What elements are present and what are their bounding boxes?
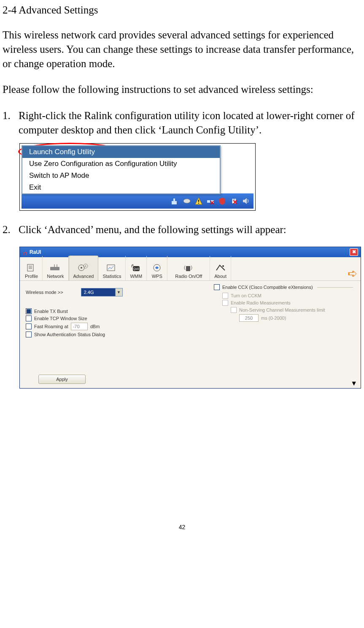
chk-cckm[interactable] (222, 293, 228, 299)
svg-point-20 (85, 266, 86, 267)
tab-statistics-label: Statistics (102, 274, 121, 279)
raui-window: ┌╮ RaUI ✖ Profile Network Advanced (19, 247, 361, 389)
network-icon (49, 263, 61, 273)
about-icon (215, 263, 226, 273)
chk-radio-meas[interactable] (222, 300, 228, 306)
chk-ccx[interactable] (214, 284, 220, 290)
menu-item-launch[interactable]: Launch Config Utility (22, 146, 220, 158)
tray-shield-icon[interactable] (218, 197, 226, 205)
lbl-cckm: Turn on CCKM (231, 293, 262, 298)
tray-volume-icon[interactable] (242, 197, 250, 205)
page-number: 42 (3, 524, 361, 530)
svg-rect-21 (107, 265, 115, 271)
statistics-icon (106, 263, 118, 273)
tab-wmm[interactable]: QoS WMM (126, 256, 147, 280)
lbl-radio-meas: Enable Radio Measurements (231, 300, 291, 305)
context-menu-screenshot: Launch Config Utility Use Zero Configura… (19, 143, 256, 211)
menu-item-exit[interactable]: Exit (22, 182, 220, 193)
raui-title-text: RaUI (30, 249, 41, 255)
svg-rect-14 (50, 267, 59, 270)
lbl-ccx: Enable CCX (Cisco Compatible eXtensions) (222, 285, 313, 290)
tray-warning-icon[interactable] (194, 197, 203, 205)
svg-rect-5 (198, 203, 199, 204)
svg-rect-1 (173, 198, 175, 201)
svg-marker-9 (243, 198, 247, 204)
menu-item-zeroconf[interactable]: Use Zero Configuration as Configuration … (22, 158, 220, 170)
menu-item-apmode[interactable]: Switch to AP Mode (22, 170, 220, 182)
profile-icon (26, 263, 38, 273)
intro-paragraph-1: This wireless network card provides seve… (3, 28, 361, 71)
tray-network-icon[interactable] (171, 197, 179, 205)
tab-network[interactable]: Network (43, 256, 68, 280)
wireless-mode-label: Wireless mode >> (26, 290, 63, 295)
wireless-mode-value: 2.4G (81, 290, 115, 295)
section-heading: 2-4 Advanced Settings (3, 4, 361, 16)
taskbar: ✕ ✕ (22, 193, 253, 209)
fast-roaming-unit: dBm (90, 324, 100, 329)
svg-point-18 (81, 267, 82, 269)
tab-about[interactable]: About (210, 256, 231, 280)
ccx-ms-input[interactable]: 250 (239, 314, 259, 322)
tab-advanced-label: Advanced (73, 274, 94, 279)
tray-network2-icon[interactable]: ✕ (206, 197, 215, 205)
fast-roaming-input[interactable]: -70 (71, 323, 88, 330)
lbl-tx-burst: Enable TX Burst (34, 309, 68, 314)
svg-rect-10 (27, 264, 33, 271)
svg-text:QoS: QoS (133, 267, 139, 271)
step-2-text: Click ‘Advanced’ menu, and the following… (19, 223, 361, 237)
lbl-fast-roaming: Fast Roaming at (34, 324, 68, 329)
tray-disk-icon[interactable] (183, 197, 191, 205)
tab-radio-label: Radio On/Off (175, 274, 202, 279)
step-2-number: 2. (3, 223, 19, 237)
advanced-icon (78, 263, 89, 273)
step-1-text: Right-click the Ralink configuration uti… (19, 109, 361, 137)
tab-network-label: Network (47, 274, 64, 279)
tray-ralink-icon[interactable]: ✕ (230, 197, 238, 205)
apply-button[interactable]: Apply (38, 375, 86, 384)
context-menu: Launch Config Utility Use Zero Configura… (22, 145, 221, 194)
wps-icon (151, 263, 163, 273)
tab-radio[interactable]: Radio On/Off (167, 256, 210, 280)
tab-profile-label: Profile (25, 274, 38, 279)
chk-nonserving[interactable] (231, 307, 237, 313)
tab-about-label: About (214, 274, 226, 279)
chk-auth-dialog[interactable] (26, 332, 32, 337)
tab-wps[interactable]: WPS (147, 256, 167, 280)
collapse-arrow-icon[interactable]: ▼ (351, 380, 357, 387)
lbl-tcp-window: Enable TCP Window Size (34, 316, 87, 321)
tab-statistics[interactable]: Statistics (98, 256, 126, 280)
lbl-nonserving: Non-Serving Channel Measurements limit (239, 307, 325, 313)
raui-tabbar: Profile Network Advanced Statistics QoS … (20, 257, 361, 281)
raui-app-icon: ┌╮ (22, 250, 28, 255)
chk-fast-roaming[interactable] (26, 324, 32, 329)
tabs-next-arrow[interactable]: ➪ (345, 266, 360, 280)
tab-wmm-label: WMM (130, 274, 142, 279)
radio-icon (183, 263, 194, 273)
svg-rect-25 (186, 266, 190, 271)
step-1-number: 1. (3, 109, 19, 137)
chk-tx-burst[interactable] (26, 308, 32, 314)
intro-paragraph-2: Please follow the following instructions… (3, 82, 361, 97)
tab-advanced[interactable]: Advanced (69, 256, 99, 280)
wireless-mode-combo[interactable]: 2.4G ▼ (81, 288, 123, 296)
lbl-auth-dialog: Show Authentication Status Dialog (34, 332, 105, 337)
tab-wps-label: WPS (152, 274, 162, 279)
chk-tcp-window[interactable] (26, 315, 32, 321)
ccx-ms-unit: ms (0-2000) (261, 315, 286, 321)
combo-dropdown-icon[interactable]: ▼ (115, 288, 122, 296)
svg-rect-4 (198, 200, 199, 202)
svg-point-2 (183, 199, 190, 203)
svg-rect-0 (172, 201, 177, 204)
tab-profile[interactable]: Profile (21, 256, 43, 280)
wmm-icon: QoS (130, 263, 142, 273)
close-button[interactable]: ✖ (350, 248, 358, 256)
svg-point-26 (222, 265, 224, 267)
